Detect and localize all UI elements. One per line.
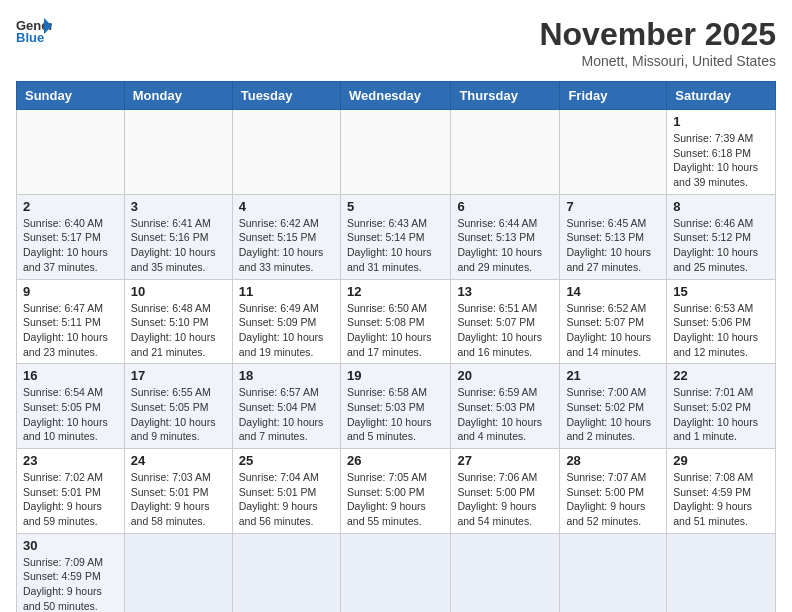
day-number: 16 <box>23 368 118 383</box>
day-number: 14 <box>566 284 660 299</box>
calendar-cell <box>232 110 340 195</box>
calendar-cell: 9Sunrise: 6:47 AM Sunset: 5:11 PM Daylig… <box>17 279 125 364</box>
month-title: November 2025 <box>539 16 776 53</box>
calendar-cell: 20Sunrise: 6:59 AM Sunset: 5:03 PM Dayli… <box>451 364 560 449</box>
calendar-cell: 2Sunrise: 6:40 AM Sunset: 5:17 PM Daylig… <box>17 194 125 279</box>
calendar-cell <box>124 110 232 195</box>
day-number: 7 <box>566 199 660 214</box>
weekday-header-sunday: Sunday <box>17 82 125 110</box>
title-section: November 2025 Monett, Missouri, United S… <box>539 16 776 69</box>
day-number: 1 <box>673 114 769 129</box>
calendar-cell <box>451 110 560 195</box>
day-number: 10 <box>131 284 226 299</box>
logo: General Blue <box>16 16 52 44</box>
calendar-week-row: 1Sunrise: 7:39 AM Sunset: 6:18 PM Daylig… <box>17 110 776 195</box>
header: General Blue November 2025 Monett, Misso… <box>16 16 776 69</box>
calendar-cell: 13Sunrise: 6:51 AM Sunset: 5:07 PM Dayli… <box>451 279 560 364</box>
day-info: Sunrise: 6:51 AM Sunset: 5:07 PM Dayligh… <box>457 301 553 360</box>
calendar-week-row: 23Sunrise: 7:02 AM Sunset: 5:01 PM Dayli… <box>17 449 776 534</box>
calendar-cell: 26Sunrise: 7:05 AM Sunset: 5:00 PM Dayli… <box>340 449 450 534</box>
day-number: 8 <box>673 199 769 214</box>
day-info: Sunrise: 6:46 AM Sunset: 5:12 PM Dayligh… <box>673 216 769 275</box>
calendar-cell: 21Sunrise: 7:00 AM Sunset: 5:02 PM Dayli… <box>560 364 667 449</box>
calendar-cell: 16Sunrise: 6:54 AM Sunset: 5:05 PM Dayli… <box>17 364 125 449</box>
day-number: 2 <box>23 199 118 214</box>
day-info: Sunrise: 6:58 AM Sunset: 5:03 PM Dayligh… <box>347 385 444 444</box>
weekday-header-wednesday: Wednesday <box>340 82 450 110</box>
day-number: 21 <box>566 368 660 383</box>
calendar-cell: 29Sunrise: 7:08 AM Sunset: 4:59 PM Dayli… <box>667 449 776 534</box>
calendar-cell <box>451 533 560 612</box>
calendar-cell: 17Sunrise: 6:55 AM Sunset: 5:05 PM Dayli… <box>124 364 232 449</box>
day-number: 12 <box>347 284 444 299</box>
day-number: 22 <box>673 368 769 383</box>
calendar-cell: 1Sunrise: 7:39 AM Sunset: 6:18 PM Daylig… <box>667 110 776 195</box>
calendar-cell: 12Sunrise: 6:50 AM Sunset: 5:08 PM Dayli… <box>340 279 450 364</box>
day-info: Sunrise: 6:55 AM Sunset: 5:05 PM Dayligh… <box>131 385 226 444</box>
day-info: Sunrise: 7:03 AM Sunset: 5:01 PM Dayligh… <box>131 470 226 529</box>
day-info: Sunrise: 6:40 AM Sunset: 5:17 PM Dayligh… <box>23 216 118 275</box>
svg-text:Blue: Blue <box>16 30 44 44</box>
day-info: Sunrise: 6:47 AM Sunset: 5:11 PM Dayligh… <box>23 301 118 360</box>
calendar-cell: 24Sunrise: 7:03 AM Sunset: 5:01 PM Dayli… <box>124 449 232 534</box>
day-info: Sunrise: 6:57 AM Sunset: 5:04 PM Dayligh… <box>239 385 334 444</box>
day-number: 5 <box>347 199 444 214</box>
location-title: Monett, Missouri, United States <box>539 53 776 69</box>
day-info: Sunrise: 7:01 AM Sunset: 5:02 PM Dayligh… <box>673 385 769 444</box>
calendar-cell: 8Sunrise: 6:46 AM Sunset: 5:12 PM Daylig… <box>667 194 776 279</box>
day-info: Sunrise: 6:41 AM Sunset: 5:16 PM Dayligh… <box>131 216 226 275</box>
day-info: Sunrise: 7:08 AM Sunset: 4:59 PM Dayligh… <box>673 470 769 529</box>
day-info: Sunrise: 6:50 AM Sunset: 5:08 PM Dayligh… <box>347 301 444 360</box>
calendar-cell <box>560 110 667 195</box>
day-number: 9 <box>23 284 118 299</box>
calendar-cell <box>667 533 776 612</box>
day-info: Sunrise: 7:00 AM Sunset: 5:02 PM Dayligh… <box>566 385 660 444</box>
day-number: 27 <box>457 453 553 468</box>
day-info: Sunrise: 6:54 AM Sunset: 5:05 PM Dayligh… <box>23 385 118 444</box>
calendar-week-row: 9Sunrise: 6:47 AM Sunset: 5:11 PM Daylig… <box>17 279 776 364</box>
calendar-cell: 25Sunrise: 7:04 AM Sunset: 5:01 PM Dayli… <box>232 449 340 534</box>
day-info: Sunrise: 7:02 AM Sunset: 5:01 PM Dayligh… <box>23 470 118 529</box>
logo-svg: General Blue <box>16 16 52 44</box>
calendar-cell: 19Sunrise: 6:58 AM Sunset: 5:03 PM Dayli… <box>340 364 450 449</box>
day-info: Sunrise: 7:39 AM Sunset: 6:18 PM Dayligh… <box>673 131 769 190</box>
day-number: 13 <box>457 284 553 299</box>
calendar-cell <box>232 533 340 612</box>
day-info: Sunrise: 6:42 AM Sunset: 5:15 PM Dayligh… <box>239 216 334 275</box>
day-number: 17 <box>131 368 226 383</box>
day-info: Sunrise: 6:59 AM Sunset: 5:03 PM Dayligh… <box>457 385 553 444</box>
calendar-cell: 11Sunrise: 6:49 AM Sunset: 5:09 PM Dayli… <box>232 279 340 364</box>
calendar-cell: 14Sunrise: 6:52 AM Sunset: 5:07 PM Dayli… <box>560 279 667 364</box>
calendar-cell: 23Sunrise: 7:02 AM Sunset: 5:01 PM Dayli… <box>17 449 125 534</box>
day-info: Sunrise: 7:07 AM Sunset: 5:00 PM Dayligh… <box>566 470 660 529</box>
day-info: Sunrise: 6:48 AM Sunset: 5:10 PM Dayligh… <box>131 301 226 360</box>
day-info: Sunrise: 6:44 AM Sunset: 5:13 PM Dayligh… <box>457 216 553 275</box>
day-number: 28 <box>566 453 660 468</box>
calendar-cell: 15Sunrise: 6:53 AM Sunset: 5:06 PM Dayli… <box>667 279 776 364</box>
calendar-cell: 6Sunrise: 6:44 AM Sunset: 5:13 PM Daylig… <box>451 194 560 279</box>
calendar-cell <box>17 110 125 195</box>
calendar-cell <box>340 533 450 612</box>
calendar-cell: 18Sunrise: 6:57 AM Sunset: 5:04 PM Dayli… <box>232 364 340 449</box>
day-number: 26 <box>347 453 444 468</box>
calendar-cell <box>124 533 232 612</box>
calendar-cell: 22Sunrise: 7:01 AM Sunset: 5:02 PM Dayli… <box>667 364 776 449</box>
day-info: Sunrise: 6:45 AM Sunset: 5:13 PM Dayligh… <box>566 216 660 275</box>
day-info: Sunrise: 7:04 AM Sunset: 5:01 PM Dayligh… <box>239 470 334 529</box>
day-number: 4 <box>239 199 334 214</box>
day-info: Sunrise: 6:53 AM Sunset: 5:06 PM Dayligh… <box>673 301 769 360</box>
day-number: 25 <box>239 453 334 468</box>
day-number: 18 <box>239 368 334 383</box>
day-number: 11 <box>239 284 334 299</box>
calendar-cell: 4Sunrise: 6:42 AM Sunset: 5:15 PM Daylig… <box>232 194 340 279</box>
calendar-week-row: 16Sunrise: 6:54 AM Sunset: 5:05 PM Dayli… <box>17 364 776 449</box>
calendar-cell: 7Sunrise: 6:45 AM Sunset: 5:13 PM Daylig… <box>560 194 667 279</box>
day-number: 15 <box>673 284 769 299</box>
day-number: 29 <box>673 453 769 468</box>
weekday-header-thursday: Thursday <box>451 82 560 110</box>
day-info: Sunrise: 7:05 AM Sunset: 5:00 PM Dayligh… <box>347 470 444 529</box>
calendar-cell: 28Sunrise: 7:07 AM Sunset: 5:00 PM Dayli… <box>560 449 667 534</box>
calendar-cell <box>560 533 667 612</box>
calendar-table: SundayMondayTuesdayWednesdayThursdayFrid… <box>16 81 776 612</box>
weekday-header-tuesday: Tuesday <box>232 82 340 110</box>
